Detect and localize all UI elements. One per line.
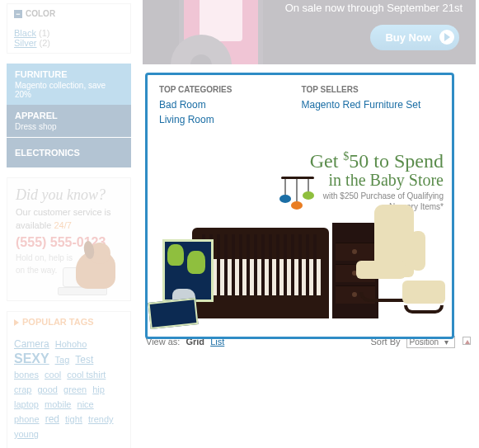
nav-furniture[interactable]: FURNITURE Magento collection, save 20% — [7, 64, 131, 105]
tag-link[interactable]: tight — [65, 414, 82, 424]
arrow-icon — [14, 319, 19, 326]
filter-count: (1) — [39, 28, 49, 38]
top-sellers-label: TOP SELLERS — [302, 85, 444, 94]
tag-link[interactable]: cool tshirt — [67, 370, 106, 380]
category-nav: FURNITURE Magento collection, save 20% A… — [7, 64, 131, 167]
tag-link[interactable]: green — [63, 384, 87, 394]
category-link-bad-room[interactable]: Bad Room — [159, 99, 302, 111]
filter-color-block: −COLOR Black (1) Silver (2) — [7, 3, 131, 54]
tag-link[interactable]: crap — [14, 384, 31, 394]
hero-banner: On sale now through September 21st Buy N… — [143, 0, 476, 64]
nav-apparel[interactable]: APPAREL Dress shop — [7, 105, 131, 137]
bedding-set-image — [149, 231, 228, 327]
top-categories-label: TOP CATEGORIES — [159, 85, 302, 94]
tag-link[interactable]: trendy — [88, 414, 114, 424]
dyk-title: Did you know? — [16, 186, 122, 204]
banner-text: On sale now through September 21st — [285, 2, 463, 14]
tag-link[interactable]: good — [37, 384, 57, 394]
tag-link[interactable]: bones — [14, 370, 39, 380]
filter-item-silver[interactable]: Silver — [14, 38, 37, 48]
tag-link[interactable]: nice — [77, 399, 94, 409]
nav-furniture-sub: Magento collection, save 20% — [15, 81, 123, 99]
did-you-know-block: Did you know? Our customer service is av… — [7, 177, 131, 301]
glider-chair-image — [345, 195, 442, 318]
dyk-line1: Our customer service is — [16, 207, 122, 217]
filter-item-black[interactable]: Black — [14, 28, 36, 38]
tag-link[interactable]: mobile — [45, 399, 71, 409]
popular-tags-header: POPULAR TAGS — [22, 317, 94, 327]
tag-link[interactable]: SEXY — [14, 351, 49, 365]
buy-now-button[interactable]: Buy Now — [370, 25, 459, 50]
tag-link[interactable]: Hohoho — [55, 339, 87, 349]
nav-apparel-sub: Dress shop — [15, 122, 123, 131]
nav-furniture-title: FURNITURE — [15, 69, 123, 79]
dyk-available: available — [16, 220, 54, 230]
category-link-living-room[interactable]: Living Room — [159, 114, 302, 125]
filter-count: (2) — [40, 38, 50, 48]
tag-link[interactable]: Test — [75, 354, 93, 365]
tag-link[interactable]: Camera — [14, 338, 49, 350]
filter-color-header: COLOR — [26, 9, 55, 18]
tag-link[interactable]: phone — [14, 414, 40, 424]
play-icon — [439, 30, 454, 45]
nav-electronics-title: ELECTRONICS — [15, 148, 123, 158]
popular-tags-block: POPULAR TAGS Camera Hohoho SEXY Tag Test… — [7, 311, 131, 448]
tag-link[interactable]: red — [45, 413, 59, 425]
dog-image — [61, 239, 127, 297]
collapse-icon[interactable]: − — [14, 10, 22, 18]
tag-link[interactable]: young — [14, 429, 39, 439]
nav-apparel-title: APPAREL — [15, 111, 123, 120]
promo-h2: in the Baby Store — [310, 171, 444, 190]
seller-link-magento-red[interactable]: Magento Red Furniture Set — [302, 99, 444, 111]
tag-link[interactable]: laptop — [14, 399, 39, 409]
tag-link[interactable]: hip — [92, 384, 105, 394]
view-all-tags-link[interactable]: View All Tags — [14, 445, 120, 448]
sort-direction-button[interactable] — [463, 337, 471, 345]
tag-link[interactable]: cool — [45, 370, 61, 380]
nav-electronics[interactable]: ELECTRONICS — [7, 138, 131, 167]
baby-store-promo[interactable]: Get $50 to Spend in the Baby Store with … — [154, 140, 445, 330]
tag-link[interactable]: Tag — [55, 355, 70, 365]
dyk-247: 24/7 — [54, 220, 71, 230]
furniture-mega-menu: TOP CATEGORIES Bad Room Living Room TOP … — [145, 73, 454, 339]
